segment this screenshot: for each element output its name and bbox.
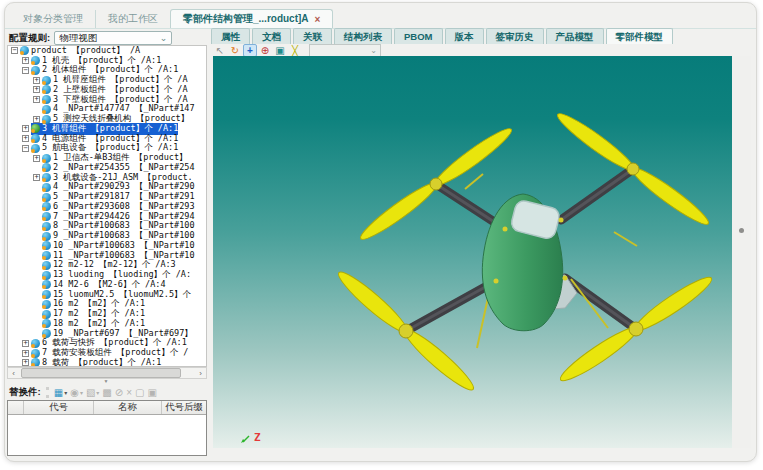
scrollbar-thumb[interactable] bbox=[21, 368, 181, 378]
part-icon bbox=[42, 261, 51, 270]
part-icon bbox=[42, 310, 51, 319]
viewport-mode-select[interactable]: ⌄ bbox=[309, 44, 381, 57]
chevron-down-icon: ⌄ bbox=[370, 48, 377, 53]
detail-tab-7[interactable]: 产品模型 bbox=[546, 28, 604, 44]
edit-replacement-icon[interactable]: ▧▾ bbox=[86, 387, 99, 398]
config-rule-row: 配置规则: 物理视图 ⌄ bbox=[9, 30, 172, 46]
delete-icon[interactable]: × bbox=[126, 387, 132, 398]
structure-tree: −product 【product】 /A+1 机壳 【product】个 /A… bbox=[7, 45, 207, 367]
scroll-right-icon[interactable]: › bbox=[195, 369, 206, 378]
remove-icon[interactable]: ⊘ bbox=[115, 387, 123, 398]
splitter-handle[interactable] bbox=[732, 56, 751, 448]
expand-icon[interactable]: + bbox=[22, 125, 29, 132]
expand-icon[interactable]: + bbox=[22, 57, 29, 64]
part-icon bbox=[31, 349, 40, 358]
expand-icon[interactable]: + bbox=[33, 86, 40, 93]
collapse-icon[interactable]: − bbox=[22, 67, 29, 74]
tree-item-label: 8 载荷 【product】个 /A:1 bbox=[42, 357, 161, 367]
rotate-icon[interactable]: ↻ bbox=[228, 44, 242, 57]
replace-label: 替换件: bbox=[9, 386, 41, 399]
replace-toolbar: ▦▾◉▾▧▾▩⊘×▢▣ bbox=[46, 387, 157, 398]
replace-panel-header: 替换件: ▦▾◉▾▧▾▩⊘×▢▣ bbox=[9, 384, 157, 400]
expand-icon[interactable]: + bbox=[33, 116, 40, 123]
expand-icon[interactable]: + bbox=[33, 96, 40, 103]
detail-tab-0[interactable]: 属性 bbox=[211, 28, 250, 44]
3d-viewport[interactable]: Z bbox=[213, 56, 732, 448]
display-mode-icon[interactable]: ▦▾ bbox=[54, 387, 67, 398]
drone-model-render bbox=[213, 56, 732, 448]
part-icon bbox=[42, 232, 51, 241]
cursor-icon[interactable]: ↖ bbox=[213, 44, 227, 57]
part-icon bbox=[42, 271, 51, 280]
expand-icon[interactable]: + bbox=[33, 174, 40, 181]
column-header[interactable]: 代号 bbox=[24, 401, 94, 414]
window-tab-bar: 对象分类管理我的工作区零部件结构管理_...roduct]A× bbox=[11, 10, 333, 28]
part-icon bbox=[20, 46, 29, 55]
axis-z-label: Z bbox=[254, 431, 261, 444]
expand-icon[interactable]: + bbox=[33, 155, 40, 162]
expand-icon[interactable]: + bbox=[22, 340, 29, 347]
expand-icon[interactable]: + bbox=[22, 350, 29, 357]
fit-icon[interactable]: ╳ bbox=[288, 44, 302, 57]
detail-tab-5[interactable]: 版本 bbox=[445, 28, 484, 44]
scrollbar-track[interactable] bbox=[19, 368, 195, 378]
config-rule-label: 配置规则: bbox=[9, 32, 50, 45]
window-tab-2[interactable]: 零部件结构管理_...roduct]A× bbox=[170, 9, 333, 28]
expand-icon[interactable]: + bbox=[22, 135, 29, 142]
part-icon bbox=[31, 144, 40, 153]
config-rule-select[interactable]: 物理视图 ⌄ bbox=[54, 31, 172, 45]
axis-indicator: Z bbox=[241, 431, 261, 444]
add-replacement-icon[interactable]: ◉▾ bbox=[70, 387, 83, 398]
paste-icon[interactable]: ▣ bbox=[148, 387, 157, 398]
expand-icon[interactable]: + bbox=[22, 359, 29, 366]
part-icon bbox=[42, 222, 51, 231]
pan-icon[interactable]: + bbox=[243, 44, 257, 57]
zoom-icon[interactable]: ⊕ bbox=[258, 44, 272, 57]
window-tab-0[interactable]: 对象分类管理 bbox=[11, 10, 95, 28]
column-header[interactable]: 代号后缀 bbox=[162, 401, 206, 414]
part-icon bbox=[31, 339, 40, 348]
column-header[interactable]: 名称 bbox=[94, 401, 162, 414]
chevron-down-icon: ⌄ bbox=[160, 35, 168, 41]
part-icon bbox=[42, 183, 51, 192]
window-tab-label: 我的工作区 bbox=[108, 12, 158, 26]
window-tab-label: 对象分类管理 bbox=[23, 12, 83, 26]
chevron-down-icon: ▾ bbox=[96, 389, 99, 396]
detail-tab-1[interactable]: 文档 bbox=[252, 28, 291, 44]
tree-item[interactable]: 8 载荷 【product】个 /A:1 bbox=[31, 357, 161, 367]
viewport-toolbar: ↖↻+⊕▣╳⌄ bbox=[213, 43, 381, 57]
replace-table-header: 代号名称代号后缀 bbox=[8, 401, 206, 415]
part-icon bbox=[42, 76, 51, 85]
replace-table: 代号名称代号后缀 bbox=[7, 400, 207, 456]
tree-row[interactable]: +8 载荷 【product】个 /A:1 bbox=[8, 358, 206, 367]
detail-tab-4[interactable]: PBOM bbox=[394, 28, 443, 44]
column-header-blank bbox=[8, 401, 24, 414]
part-icon bbox=[31, 66, 40, 75]
config-rule-value: 物理视图 bbox=[59, 32, 97, 45]
part-icon bbox=[31, 358, 40, 367]
window-tab-1[interactable]: 我的工作区 bbox=[95, 10, 170, 28]
detail-tab-bar: 属性文档关联结构列表PBOM版本签审历史产品模型零部件模型 bbox=[211, 28, 673, 44]
axis-arrow-icon bbox=[241, 434, 251, 444]
collapse-icon[interactable]: − bbox=[22, 145, 29, 152]
part-icon bbox=[42, 193, 51, 202]
close-icon[interactable]: × bbox=[315, 14, 321, 25]
scroll-left-icon[interactable]: ‹ bbox=[8, 369, 19, 378]
detail-tab-6[interactable]: 签审历史 bbox=[486, 28, 544, 44]
part-icon bbox=[42, 105, 51, 114]
window-tab-label: 零部件结构管理_...roduct]A bbox=[183, 12, 309, 26]
chevron-down-icon: ▾ bbox=[64, 389, 67, 396]
chevron-down-icon: ▾ bbox=[80, 389, 83, 396]
collapse-icon[interactable]: − bbox=[11, 47, 18, 54]
select-box-icon[interactable]: ▣ bbox=[273, 44, 287, 57]
detail-tab-8[interactable]: 零部件模型 bbox=[606, 28, 674, 44]
detail-tab-2[interactable]: 关联 bbox=[293, 28, 332, 44]
app-window: 对象分类管理我的工作区零部件结构管理_...roduct]A× 配置规则: 物理… bbox=[4, 2, 757, 462]
browse-icon[interactable]: ▩ bbox=[102, 387, 111, 398]
part-icon bbox=[42, 154, 51, 163]
expand-icon[interactable]: + bbox=[33, 77, 40, 84]
detail-tab-3[interactable]: 结构列表 bbox=[334, 28, 392, 44]
part-icon bbox=[42, 115, 51, 124]
part-icon bbox=[42, 300, 51, 309]
copy-icon[interactable]: ▢ bbox=[135, 387, 144, 398]
